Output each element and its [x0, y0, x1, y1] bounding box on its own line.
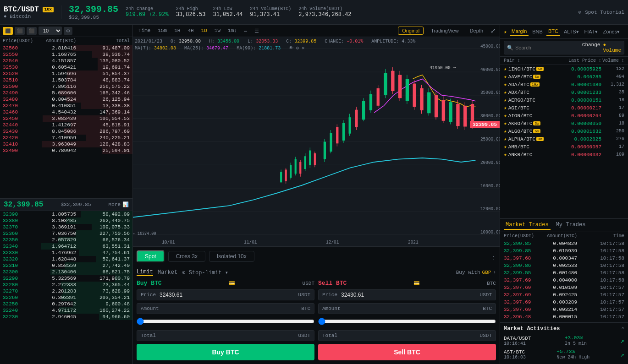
- close-ma-icon[interactable]: ✕: [302, 46, 304, 51]
- buy-button[interactable]: Buy BTC: [137, 344, 314, 360]
- ob-settings[interactable]: ⚙: [64, 27, 72, 35]
- spot-tutorial[interactable]: Spot Tutorial: [585, 10, 624, 15]
- ob-sell-row[interactable]: 324103.963049128,428.83: [0, 141, 132, 147]
- pair-row[interactable]: ★ALGO/BTC5x0.00001632250: [500, 127, 628, 135]
- chart-draw-icon[interactable]: ✏: [242, 27, 249, 35]
- buy-price-input[interactable]: [160, 292, 298, 298]
- ob-sell-row[interactable]: 325300.60542119,691.74: [0, 64, 132, 71]
- buy-with-btn[interactable]: Buy with GBP ›: [456, 270, 496, 275]
- ob-view-sell[interactable]: ⬛: [15, 27, 25, 35]
- buy-slider[interactable]: [137, 318, 314, 325]
- buy-amount-input[interactable]: [163, 305, 302, 312]
- time-15m[interactable]: 15m: [156, 27, 169, 34]
- ob-sell-row[interactable]: 324503.083439100,054.53: [0, 115, 132, 122]
- ob-sell-row[interactable]: 324905.089606165,342.46: [0, 90, 132, 96]
- ob-buy-row[interactable]: 322905.323569171,900.79: [0, 275, 132, 282]
- ob-sell-row[interactable]: 325101.50378448,883.74: [0, 77, 132, 83]
- ob-buy-row[interactable]: 323002.13040668,821.75: [0, 269, 132, 275]
- sell-slider[interactable]: [318, 318, 496, 325]
- filter-margin[interactable]: Margin: [510, 27, 529, 36]
- ob-sell-row[interactable]: 324800.80452426,125.94: [0, 96, 132, 103]
- time-1w[interactable]: 1W: [213, 27, 222, 34]
- ob-buy-row[interactable]: 323808.103485262,440.75: [0, 217, 132, 224]
- ob-buy-row[interactable]: 323901.80573558,492.09: [0, 211, 132, 217]
- tab-spot[interactable]: Spot: [137, 250, 165, 262]
- order-type-limit[interactable]: Limit: [137, 269, 153, 276]
- toggle-volume[interactable]: ● Volume: [603, 42, 621, 53]
- sell-price-input[interactable]: [341, 292, 480, 298]
- ob-sell-row[interactable]: 324308.845086286,797.69: [0, 128, 132, 135]
- ob-buy-row[interactable]: 322702.28128373,628.99: [0, 288, 132, 294]
- ob-sell-row[interactable]: 324207.410959240,225.21: [0, 135, 132, 141]
- filter-bnb[interactable]: BNB: [530, 27, 545, 36]
- filter-btc[interactable]: BTC: [546, 27, 560, 36]
- ma-arrow[interactable]: ↗: [621, 351, 624, 359]
- ob-sell-row[interactable]: 325404.151857135,080.52: [0, 58, 132, 64]
- time-1h[interactable]: 1H: [172, 27, 182, 34]
- sell-total-input[interactable]: [341, 332, 480, 339]
- collapse-icon[interactable]: ⌃: [621, 326, 624, 332]
- tab-cross[interactable]: Cross 3x: [168, 251, 205, 262]
- ob-buy-row[interactable]: 322404.971172160,274.22: [0, 307, 132, 314]
- ob-buy-row[interactable]: 323703.369191109,075.33: [0, 224, 132, 230]
- search-input[interactable]: [515, 45, 582, 50]
- order-type-stop[interactable]: ⊙ Stop-limit ▾: [182, 269, 228, 276]
- ob-sell-row[interactable]: 324000.78994225,594.01: [0, 147, 132, 154]
- ob-more-btn[interactable]: More 📊: [109, 201, 129, 207]
- pair-row[interactable]: ★ADX/BTC0.0000123335: [500, 88, 628, 96]
- ob-buy-row[interactable]: 323201.62844852,641.37: [0, 256, 132, 262]
- tradingview-btn[interactable]: TradingView: [427, 27, 463, 34]
- ob-sell-row[interactable]: 325501.16876538,036.74: [0, 51, 132, 58]
- ob-sell-row[interactable]: 324604.540432147,369.14: [0, 109, 132, 115]
- time-1d[interactable]: 1D: [199, 27, 209, 34]
- ob-buy-row[interactable]: 323301.47696247,754.61: [0, 250, 132, 256]
- pair-row[interactable]: ★AION/BTC0.0000026489: [500, 112, 628, 120]
- tab-my-trades[interactable]: My Trades: [554, 221, 588, 230]
- time-4h[interactable]: 4H: [186, 27, 195, 34]
- filter-zones[interactable]: Zones▾: [601, 27, 622, 36]
- pair-row[interactable]: ★ADA/BTC10x0.000010801,312: [500, 81, 628, 88]
- sell-button[interactable]: Sell BTC: [318, 344, 496, 360]
- ob-buy-row[interactable]: 323502.05782966,576.34: [0, 237, 132, 243]
- time-1m[interactable]: 1m↓: [226, 27, 239, 34]
- ma-arrow[interactable]: ↗: [621, 337, 624, 345]
- order-type-market[interactable]: Market: [158, 269, 177, 276]
- pair-row[interactable]: ★ALPHA/BTC3x0.0002825276: [500, 135, 628, 143]
- ob-buy-row[interactable]: 322302.94604594,966.60: [0, 314, 132, 320]
- ob-sell-row[interactable]: 324700.41085113,338.38: [0, 103, 132, 109]
- depth-select[interactable]: 10 50 100: [39, 27, 62, 35]
- pair-row[interactable]: ★ANKR/BTC0.00000032109: [500, 151, 628, 158]
- toggle-change[interactable]: Change: [582, 42, 600, 53]
- sell-amount-input[interactable]: [344, 305, 483, 312]
- pair-row[interactable]: ★AMB/BTC0.0000005717: [500, 143, 628, 151]
- settings-ma-icon[interactable]: ⚙: [296, 46, 299, 51]
- pair-row[interactable]: ★AKRO/BTC3x0.0000005018: [500, 120, 628, 127]
- pair-row[interactable]: ★1INCH/BTC5x0.00005925132: [500, 65, 628, 73]
- filter-fiat[interactable]: FIAT▾: [583, 27, 600, 36]
- ob-sell-row[interactable]: 325602.81041691,487.09: [0, 45, 132, 51]
- ob-buy-row[interactable]: 323401.96471263,551.31: [0, 243, 132, 250]
- chart-indicator-icon[interactable]: ☰: [253, 27, 261, 35]
- ob-sell-row[interactable]: 325007.895116256,575.22: [0, 83, 132, 90]
- original-btn[interactable]: Original: [398, 27, 424, 35]
- ob-view-both[interactable]: ⬛: [3, 27, 13, 35]
- tab-isolated[interactable]: Isolated 10x: [209, 251, 254, 262]
- ob-buy-row[interactable]: 322802.27233373,365.44: [0, 282, 132, 288]
- ob-buy-row[interactable]: 323607.036750227,750.56: [0, 230, 132, 237]
- ob-buy-row[interactable]: 323100.85855927,742.40: [0, 262, 132, 269]
- form-menu-icon[interactable]: ⋮: [491, 255, 496, 261]
- depth-mode-btn[interactable]: Depth: [466, 27, 487, 34]
- buy-total-input[interactable]: [160, 332, 298, 339]
- filter-alts[interactable]: ALTS▾: [562, 27, 581, 36]
- expand-btn[interactable]: ⤢: [490, 27, 496, 34]
- ob-buy-row[interactable]: 322500.2976429,600.48: [0, 301, 132, 307]
- pair-row[interactable]: ★AGI/BTC0.0000021717: [500, 104, 628, 112]
- ob-buy-row[interactable]: 322606.303391203,354.21: [0, 294, 132, 301]
- pair-row[interactable]: ★AERGO/BTC0.0000015118: [500, 96, 628, 104]
- pair-row[interactable]: ★AAVE/BTC5x0.006285404: [500, 73, 628, 81]
- ob-sell-row[interactable]: 325201.59469651,854.37: [0, 71, 132, 77]
- ob-view-buy[interactable]: ⬛: [27, 27, 37, 35]
- eye-icon[interactable]: 👁: [289, 46, 293, 51]
- ob-sell-row[interactable]: 324401.41269745,818.91: [0, 122, 132, 128]
- tab-market-trades[interactable]: Market Trades: [504, 221, 551, 230]
